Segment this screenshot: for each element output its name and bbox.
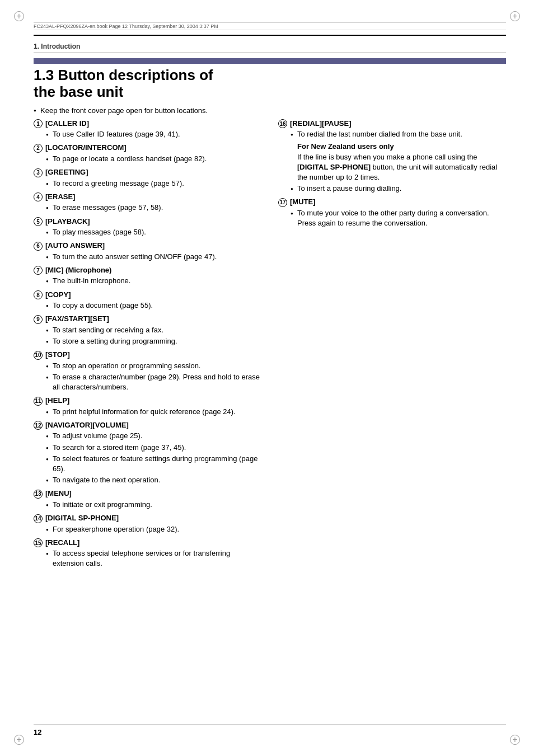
nz-note-text: If the line is busy when you make a phon…: [297, 153, 497, 181]
item-number: 12: [34, 421, 43, 430]
item-number: 8: [34, 290, 43, 299]
list-item: 4 [ERASE] To erase messages (page 57, 58…: [34, 192, 261, 213]
top-divider: [34, 35, 506, 36]
list-item: 1 [CALLER ID] To use Caller ID features …: [34, 119, 261, 140]
item-body: To play messages (page 58).: [34, 227, 261, 237]
item-body: To mute your voice to the other party du…: [278, 208, 506, 228]
corner-mark-tl: [14, 11, 24, 21]
item-body: To record a greeting message (page 57).: [34, 179, 261, 189]
list-item: 14 [DIGITAL SP-PHONE] For speakerphone o…: [34, 514, 261, 534]
page-title: 1.3 Button descriptions of the base unit: [34, 67, 506, 101]
item-header: 14 [DIGITAL SP-PHONE]: [34, 514, 261, 523]
file-bar: FC243AL-PFQX2096ZA-en.book Page 12 Thurs…: [34, 22, 506, 30]
item-number: 7: [34, 266, 43, 275]
item-number: 9: [34, 315, 43, 324]
item-body: For speakerphone operation (page 32).: [34, 524, 261, 534]
list-item: 16 [REDIAL][PAUSE] To redial the last nu…: [278, 119, 506, 194]
item-header: 10 [STOP]: [34, 350, 261, 360]
page: FC243AL-PFQX2096ZA-en.book Page 12 Thurs…: [0, 0, 534, 756]
intro-bullet: Keep the front cover page open for butto…: [34, 106, 506, 115]
list-item: 11 [HELP] To print helpful information f…: [34, 396, 261, 417]
item-number: 2: [34, 144, 43, 153]
list-item: 15 [RECALL] To access special telephone …: [34, 538, 261, 569]
nz-note-title: For New Zealand users only: [297, 142, 394, 151]
left-column: 1 [CALLER ID] To use Caller ID features …: [34, 119, 261, 573]
item-number: 11: [34, 397, 43, 406]
item-header: 7 [MIC] (Microphone): [34, 266, 261, 275]
bottom-divider: [34, 725, 506, 725]
item-number: 14: [34, 514, 43, 523]
item-header: 5 [PLAYBACK]: [34, 217, 261, 227]
item-header: 4 [ERASE]: [34, 192, 261, 202]
item-body: To turn the auto answer setting ON/OFF (…: [34, 252, 261, 262]
item-body: To start sending or receiving a fax. To …: [34, 325, 261, 346]
item-header: 2 [LOCATOR/INTERCOM]: [34, 143, 261, 153]
list-item: 3 [GREETING] To record a greeting messag…: [34, 168, 261, 189]
list-item: 5 [PLAYBACK] To play messages (page 58).: [34, 217, 261, 238]
item-header: 6 [AUTO ANSWER]: [34, 241, 261, 251]
list-item: 2 [LOCATOR/INTERCOM] To page or locate a…: [34, 143, 261, 164]
item-number: 13: [34, 490, 43, 499]
item-number: 17: [278, 198, 287, 207]
item-header: 15 [RECALL]: [34, 538, 261, 548]
item-number: 15: [34, 538, 43, 547]
item-header: 8 [COPY]: [34, 290, 261, 300]
item-header: 16 [REDIAL][PAUSE]: [278, 119, 506, 129]
corner-mark-br: [510, 735, 520, 745]
item-number: 5: [34, 217, 43, 226]
page-number: 12: [34, 728, 41, 736]
item-number: 4: [34, 192, 43, 201]
item-body: The built-in microphone.: [34, 276, 261, 286]
section-header: 1. Introduction: [34, 43, 506, 53]
item-body: To access special telephone services or …: [34, 548, 261, 569]
item-header: 9 [FAX/START][SET]: [34, 314, 261, 324]
item-body: To copy a document (page 55).: [34, 300, 261, 311]
item-header: 11 [HELP]: [34, 396, 261, 406]
list-item: 9 [FAX/START][SET] To start sending or r…: [34, 314, 261, 346]
corner-mark-tr: [510, 11, 520, 21]
item-number: 3: [34, 168, 43, 177]
item-body: To print helpful information for quick r…: [34, 407, 261, 417]
list-item: 6 [AUTO ANSWER] To turn the auto answer …: [34, 241, 261, 262]
two-column-layout: 1 [CALLER ID] To use Caller ID features …: [34, 119, 506, 573]
item-header: 1 [CALLER ID]: [34, 119, 261, 129]
item-body: To use Caller ID features (page 39, 41).: [34, 129, 261, 139]
item-number: 10: [34, 351, 43, 360]
list-item: 13 [MENU] To initiate or exit programmin…: [34, 489, 261, 510]
list-item: 8 [COPY] To copy a document (page 55).: [34, 290, 261, 311]
item-header: 13 [MENU]: [34, 489, 261, 499]
item-body: To redial the last number dialled from t…: [278, 129, 506, 194]
list-item: 12 [NAVIGATOR][VOLUME] To adjust volume …: [34, 421, 261, 485]
title-color-bar: [34, 58, 506, 64]
list-item: 17 [MUTE] To mute your voice to the othe…: [278, 198, 506, 228]
item-body: To stop an operation or programming sess…: [34, 361, 261, 393]
right-column: 16 [REDIAL][PAUSE] To redial the last nu…: [278, 119, 506, 573]
item-body: To adjust volume (page 25). To search fo…: [34, 431, 261, 485]
item-number: 16: [278, 119, 287, 128]
list-item: 10 [STOP] To stop an operation or progra…: [34, 350, 261, 392]
item-body: To initiate or exit programming.: [34, 500, 261, 510]
corner-mark-bl: [14, 735, 24, 745]
item-header: 12 [NAVIGATOR][VOLUME]: [34, 421, 261, 430]
item-body: To erase messages (page 57, 58).: [34, 203, 261, 213]
item-body: To page or locate a cordless handset (pa…: [34, 154, 261, 164]
item-header: 3 [GREETING]: [34, 168, 261, 177]
item-number: 6: [34, 242, 43, 251]
list-item: 7 [MIC] (Microphone) The built-in microp…: [34, 266, 261, 287]
item-header: 17 [MUTE]: [278, 198, 506, 207]
item-number: 1: [34, 119, 43, 128]
